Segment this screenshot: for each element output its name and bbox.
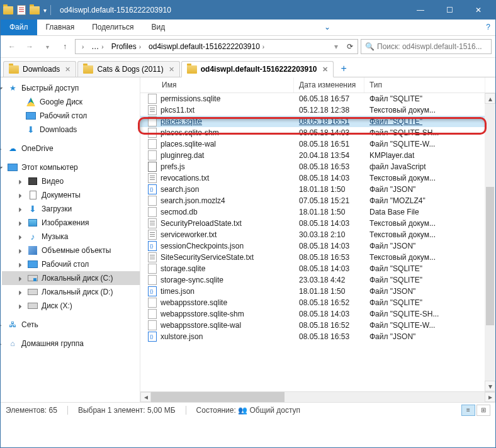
file-date: 20.04.18 13:54 [294,151,364,160]
file-row[interactable]: storage.sqlite08.05.18 14:03Файл "SQLITE… [140,263,495,274]
close-tab-icon[interactable]: ✕ [322,65,328,74]
file-name: places.sqlite-wal [161,140,216,148]
tree-network[interactable]: ⏵🖧Сеть [2,318,140,332]
tree-quick-access[interactable]: ⏷★Быстрый доступ [2,81,140,95]
tab-cats-dogs[interactable]: Cats & Dogs (2011) ✕ [77,61,179,77]
file-row[interactable]: secmod.db18.01.18 1:50Data Base File [140,206,495,218]
file-date: 08.05.18 16:53 [294,253,364,262]
tab-profile[interactable]: od4iswpl.default-1516222203910 ✕ [181,61,334,77]
column-name[interactable]: Имя [140,77,294,92]
file-row[interactable]: SiteSecurityServiceState.txt08.05.18 16:… [140,252,495,263]
tab-downloads[interactable]: Downloads ✕ [3,61,76,77]
tree-downloads[interactable]: Downloads [2,123,140,137]
file-row[interactable]: times.json18.01.18 1:50Файл "JSON" [140,286,495,297]
file-type: Файл "SQLITE-SH... [364,128,495,137]
file-row[interactable]: pkcs11.txt05.12.18 12:38Текстовый докум.… [140,104,495,116]
column-type[interactable]: Тип [364,77,485,92]
file-row[interactable]: revocations.txt08.05.18 14:03Текстовый д… [140,172,495,184]
tree-this-pc[interactable]: ⏷Этот компьютер [2,160,140,174]
ribbon-tab-view[interactable]: Вид [142,20,174,35]
file-row[interactable]: permissions.sqlite06.05.18 16:57Файл "SQ… [140,93,495,104]
file-row[interactable]: pluginreg.dat20.04.18 13:54KMPlayer.dat [140,150,495,161]
ribbon-tab-share[interactable]: Поделиться [83,20,142,35]
close-button[interactable]: ✕ [464,1,493,20]
file-row[interactable]: prefs.js08.05.18 16:53файл JavaScript [140,161,495,172]
qat-chevron-icon[interactable]: ▾ [43,7,47,14]
close-tab-icon[interactable]: ✕ [65,65,70,74]
tree-downloads2[interactable]: ⏵Загрузки [2,202,140,216]
tree-desktop2[interactable]: ⏵Рабочий стол [2,257,140,271]
details-view-button[interactable]: ≡ [461,405,475,416]
file-icon [148,94,157,104]
file-icon [148,252,157,262]
folder-icon [3,6,13,14]
file-date: 18.01.18 1:50 [294,208,364,216]
tree-desktop[interactable]: Рабочий стол [2,109,140,123]
breadcrumb-segment[interactable]: od4iswpl.default-1516222203910› [145,42,268,51]
file-icon [148,218,157,228]
file-date: 08.05.18 16:53 [294,162,364,171]
file-row[interactable]: sessionCheckpoints.json08.05.18 14:03Фай… [140,240,495,252]
address-bar[interactable]: › …› Profiles› od4iswpl.default-15162222… [75,39,358,54]
file-icon [148,105,157,115]
file-name: prefs.js [161,162,185,171]
file-row[interactable]: places.sqlite-wal08.05.18 16:51Файл "SQL… [140,138,495,150]
vertical-scrollbar[interactable]: ▴▾ [485,93,495,391]
ribbon-expand-icon[interactable]: ⌄ [319,20,335,35]
tree-drive-d[interactable]: ⏵Локальный диск (D:) [2,285,140,299]
new-tab-button[interactable]: + [335,60,353,77]
help-icon[interactable]: ? [481,20,495,35]
tree-pictures[interactable]: ⏵Изображения [2,216,140,230]
file-type: Файл "MOZLZ4" [364,196,495,205]
file-name: pluginreg.dat [161,151,204,160]
back-button[interactable]: ← [4,39,20,54]
breadcrumb-segment[interactable]: Profiles› [108,42,145,51]
tree-homegroup[interactable]: ⏵⌂Домашняя группа [2,337,140,350]
maximize-button[interactable]: ☐ [435,1,464,20]
close-tab-icon[interactable]: ✕ [169,65,174,74]
tree-3d-objects[interactable]: ⏵Объемные объекты [2,244,140,257]
file-icon [148,320,157,330]
tree-onedrive[interactable]: ⏵☁OneDrive [2,142,140,155]
minimize-button[interactable]: — [406,1,435,20]
file-row[interactable]: places.sqlite-shm08.05.18 14:03Файл "SQL… [140,127,495,138]
ribbon-tab-home[interactable]: Главная [37,20,84,35]
tree-documents[interactable]: ⏵Документы [2,188,140,202]
file-row[interactable]: webappsstore.sqlite08.05.18 16:52Файл "S… [140,297,495,308]
tree-google-drive[interactable]: Google Диск [2,95,140,109]
breadcrumb-segment[interactable]: …› [87,42,107,51]
file-row[interactable]: SecurityPreloadState.txt08.05.18 14:03Те… [140,218,495,229]
history-chevron-icon[interactable]: ▾ [330,39,342,54]
search-input[interactable]: 🔍 Поиск: od4iswpl.default-1516... [361,39,492,54]
refresh-icon[interactable]: ⟳ [342,39,358,54]
file-row[interactable]: serviceworker.txt30.03.18 2:10Текстовый … [140,229,495,240]
file-icon [148,264,157,274]
file-type: Файл "SQLITE" [364,94,495,103]
column-date[interactable]: Дата изменения [294,77,364,92]
forward-button[interactable]: → [22,39,37,54]
file-date: 07.05.18 15:21 [294,196,364,205]
tree-video[interactable]: ⏵Видео [2,174,140,188]
folder-icon [187,65,197,74]
file-list[interactable]: permissions.sqlite06.05.18 16:57Файл "SQ… [140,93,495,391]
share-icon: 👥 [238,406,247,415]
file-name: serviceworker.txt [161,230,217,239]
file-row[interactable]: webappsstore.sqlite-wal08.05.18 16:52Фай… [140,320,495,331]
ribbon-tab-file[interactable]: Файл [1,20,37,35]
icons-view-button[interactable]: ⊞ [476,405,490,416]
tree-drive-c[interactable]: ⏵Локальный диск (C:) [2,271,140,285]
recent-locations-button[interactable]: ▾ [40,39,55,54]
navigation-tree[interactable]: ⏷★Быстрый доступ Google Диск Рабочий сто… [1,77,140,402]
tree-music[interactable]: ⏵♪Музыка [2,230,140,244]
up-button[interactable]: ↑ [57,39,72,54]
file-row[interactable]: storage-sync.sqlite23.03.18 4:42Файл "SQ… [140,274,495,286]
horizontal-scrollbar[interactable]: ◂▸ [140,391,495,402]
file-icon [148,196,157,206]
file-row[interactable]: places.sqlite08.05.18 16:51Файл "SQLITE" [140,116,495,127]
file-row[interactable]: webappsstore.sqlite-shm08.05.18 14:03Фай… [140,308,495,320]
file-row[interactable]: search.json18.01.18 1:50Файл "JSON" [140,184,495,195]
tree-drive-x[interactable]: ⏵Диск (X:) [2,299,140,313]
file-row[interactable]: xulstore.json08.05.18 16:53Файл "JSON" [140,331,495,342]
file-row[interactable]: search.json.mozlz407.05.18 15:21Файл "MO… [140,195,495,206]
file-date: 08.05.18 14:03 [294,219,364,228]
